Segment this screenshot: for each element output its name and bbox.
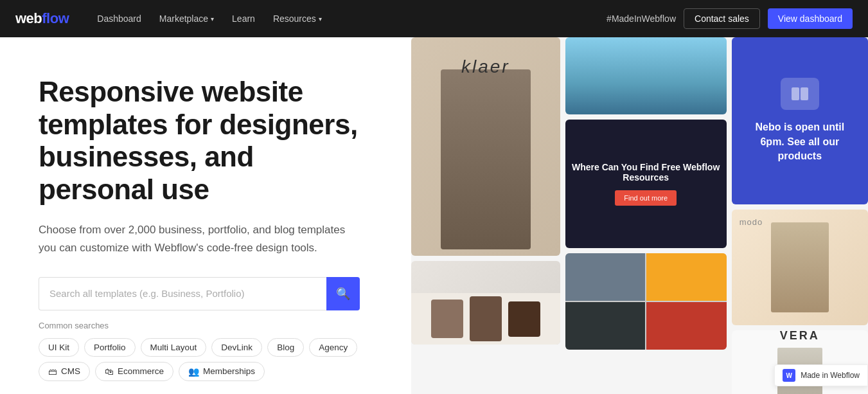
preview-column-2: Where Can You Find Free Webflow Resource… (565, 37, 727, 394)
tag-label: Memberships (203, 366, 255, 376)
design-grid-card[interactable] (565, 253, 727, 350)
made-in-webflow-text: Made in Webflow (801, 371, 860, 380)
logo[interactable]: webflow (15, 10, 69, 27)
fashion2-card[interactable]: modo (732, 210, 868, 325)
blue-promo-text: Nebo is open until 6pm. See all our prod… (745, 120, 855, 163)
tag-label: Ecommerce (118, 366, 164, 376)
search-input[interactable] (39, 277, 326, 310)
contact-sales-button[interactable]: Contact sales (684, 8, 760, 29)
blue-promo-card[interactable]: Nebo is open until 6pm. See all our prod… (732, 37, 868, 204)
bridge-image (565, 37, 727, 114)
search-button[interactable]: 🔍 (326, 277, 360, 310)
hero-title: Responsive website templates for designe… (39, 76, 373, 206)
tag-row-2: 🗃 CMS 🛍 Ecommerce 👥 Memberships (39, 362, 373, 381)
fashion-template-card[interactable]: klaer (411, 37, 560, 256)
right-panel: klaer SPRING SALE Where Can You Find Fre… (411, 37, 868, 394)
search-bar: 🔍 (39, 277, 360, 310)
nav-learn[interactable]: Learn (224, 8, 263, 29)
bridge-card[interactable] (565, 37, 727, 114)
chevron-down-icon: ▾ (319, 15, 322, 22)
preview-column-1: klaer SPRING SALE (411, 37, 560, 394)
hero-subtitle: Choose from over 2,000 business, portfol… (39, 221, 347, 256)
design-cell-2 (646, 253, 726, 301)
design-cell-3 (565, 302, 645, 350)
made-in-webflow-link[interactable]: #MadeInWebflow (607, 13, 676, 24)
nav-dashboard[interactable]: Dashboard (89, 8, 149, 29)
tag-row-1: UI Kit Portfolio Multi Layout DevLink Bl… (39, 338, 373, 357)
tag-blog[interactable]: Blog (267, 338, 304, 357)
tag-label: Portfolio (94, 343, 126, 352)
tag-label: Agency (319, 343, 348, 352)
nav-marketplace[interactable]: Marketplace ▾ (152, 8, 222, 29)
tag-multi-layout[interactable]: Multi Layout (141, 338, 207, 357)
search-icon: 🔍 (336, 287, 350, 301)
fashion-brand-name: klaer (461, 57, 510, 77)
fashion2-label: modo (740, 217, 763, 227)
nav-links: Dashboard Marketplace ▾ Learn Resources … (89, 8, 607, 29)
fashion-figure (441, 69, 531, 249)
webflow-resources-card[interactable]: Where Can You Find Free Webflow Resource… (565, 120, 727, 248)
furniture-item (508, 301, 540, 337)
svg-rect-0 (792, 87, 799, 100)
tag-label: UI Kit (48, 343, 69, 352)
design-cell-4 (646, 302, 726, 350)
vera-brand: VERA (780, 330, 820, 343)
resources-card-title: Where Can You Find Free Webflow Resource… (565, 162, 727, 183)
nav-right: #MadeInWebflow Contact sales View dashbo… (607, 8, 853, 29)
tag-label: Multi Layout (150, 343, 197, 352)
nav-resources[interactable]: Resources ▾ (265, 8, 330, 29)
tag-agency[interactable]: Agency (309, 338, 357, 357)
main-layout: Responsive website templates for designe… (0, 37, 868, 394)
tag-label: Blog (277, 343, 294, 352)
common-searches-label: Common searches (39, 321, 373, 330)
tag-ecommerce[interactable]: 🛍 Ecommerce (95, 362, 173, 381)
promo-icon (781, 78, 819, 110)
furniture-item (431, 300, 463, 338)
left-panel: Responsive website templates for designe… (0, 37, 411, 394)
design-cell-1 (565, 253, 645, 301)
ecommerce-icon: 🛍 (105, 366, 114, 377)
furniture-item (470, 296, 502, 341)
tag-label: CMS (61, 366, 80, 376)
memberships-icon: 👥 (188, 366, 199, 377)
tag-devlink[interactable]: DevLink (211, 338, 262, 357)
preview-column-3: Nebo is open until 6pm. See all our prod… (732, 37, 868, 394)
tag-memberships[interactable]: 👥 Memberships (179, 362, 265, 381)
tag-ui-kit[interactable]: UI Kit (39, 338, 79, 357)
book-icon (790, 86, 810, 102)
fashion2-figure (771, 222, 829, 312)
view-dashboard-button[interactable]: View dashboard (768, 8, 853, 29)
tag-portfolio[interactable]: Portfolio (84, 338, 136, 357)
resources-card-button[interactable]: Find out more (615, 190, 677, 206)
tag-cms[interactable]: 🗃 CMS (39, 362, 90, 381)
svg-rect-1 (801, 87, 808, 100)
spring-sale-card[interactable]: SPRING SALE (411, 261, 560, 345)
made-in-webflow-badge[interactable]: W Made in Webflow (774, 364, 868, 386)
chevron-down-icon: ▾ (211, 15, 214, 22)
furniture-card (411, 293, 560, 345)
cms-icon: 🗃 (48, 366, 57, 377)
navigation: webflow Dashboard Marketplace ▾ Learn Re… (0, 0, 868, 37)
webflow-badge-icon: W (783, 369, 795, 382)
tag-label: DevLink (221, 343, 252, 352)
